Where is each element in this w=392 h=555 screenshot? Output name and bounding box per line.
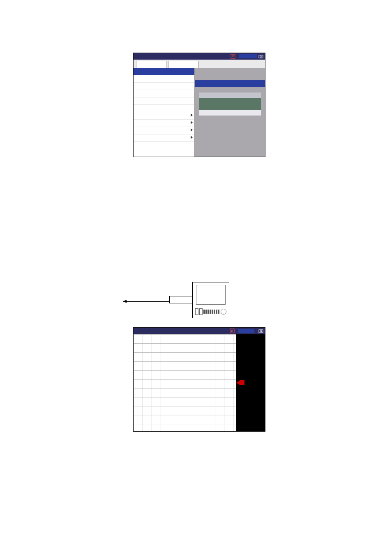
settings-menu-list — [134, 68, 195, 157]
menu-item[interactable] — [134, 142, 194, 149]
manual-page — [0, 0, 392, 555]
submenu-arrow-icon — [191, 136, 193, 139]
header-rule — [46, 43, 346, 43]
menu-item[interactable] — [134, 120, 194, 127]
channel-box — [169, 296, 193, 303]
scr2-titlebar — [134, 328, 265, 334]
submenu-arrow-icon — [191, 128, 193, 132]
scr1-titlebar — [134, 53, 265, 60]
tab-menu[interactable] — [136, 61, 166, 68]
settings-screenshot — [133, 53, 265, 157]
time-settings-header — [195, 80, 265, 87]
batch-icon — [230, 328, 235, 333]
trend-screenshot — [133, 327, 265, 432]
time-set-panel — [199, 92, 261, 116]
submenu-arrow-icon — [191, 121, 193, 124]
trend-grid — [134, 334, 236, 431]
footer-rule — [46, 531, 346, 531]
callout-timeset — [265, 90, 284, 94]
menu-item[interactable] — [134, 127, 194, 134]
menu-item[interactable] — [134, 90, 194, 97]
menu-item[interactable] — [134, 97, 194, 105]
menu-item[interactable] — [134, 75, 194, 83]
batch-icon — [231, 54, 235, 59]
dst-subheader — [199, 92, 261, 98]
submenu-arrow-icon — [191, 113, 193, 117]
menu-item[interactable] — [134, 112, 194, 120]
svg-point-2 — [260, 56, 262, 58]
menu-item[interactable] — [134, 105, 194, 112]
svg-point-5 — [260, 331, 262, 332]
scale-label — [238, 329, 254, 333]
menu-item[interactable] — [134, 83, 194, 90]
device-icon — [192, 282, 229, 318]
time-edit-field[interactable] — [199, 110, 261, 116]
scale-label — [239, 54, 257, 58]
wiring-diagram — [123, 275, 230, 325]
menu-item[interactable] — [134, 134, 194, 142]
step6-block — [123, 49, 346, 169]
menu-item-datetime[interactable] — [134, 68, 194, 75]
camera-icon — [258, 328, 263, 333]
camera-icon — [258, 54, 263, 59]
tab-file[interactable] — [168, 61, 198, 68]
